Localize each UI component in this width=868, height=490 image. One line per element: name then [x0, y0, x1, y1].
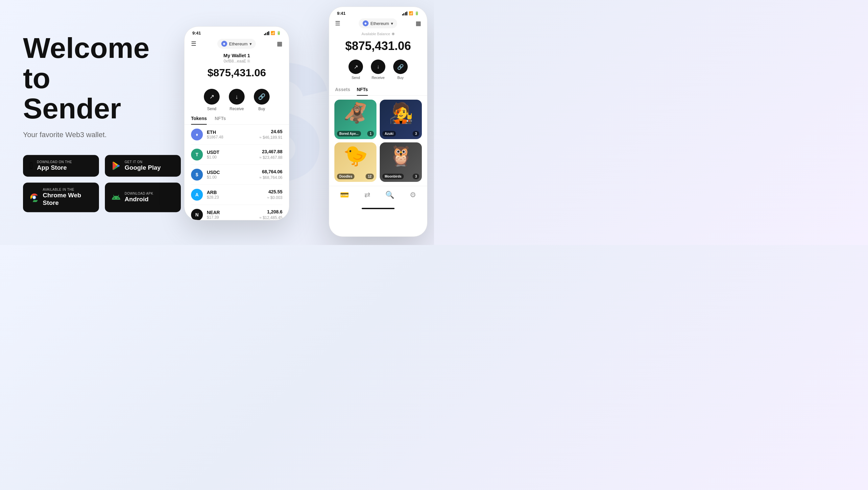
phone-header-back: ☰ ◆ Ethereum ▾ ▦	[184, 35, 289, 51]
signal-bars	[264, 31, 270, 35]
token-near: N NEAR $17.39 1,208.6 ≈ $12,485.45	[191, 205, 282, 220]
arb-name: ARB	[207, 190, 267, 195]
status-bar-back: 9:41 📶 🔋	[184, 27, 289, 35]
usdt-count: 23,467.88	[259, 149, 282, 154]
eth-price: $1867.48	[207, 135, 259, 140]
front-actions: ↗ Send ↓ Receive 🔗 Buy	[329, 56, 427, 84]
hero-title: Welcome to Sender	[23, 33, 181, 124]
arb-value: ≈ $0.003	[267, 195, 282, 200]
eth-info: ETH $1867.48	[207, 129, 259, 140]
arb-amount: 425.55 ≈ $0.003	[267, 189, 282, 200]
tab-tokens[interactable]: Tokens	[191, 116, 207, 124]
usdt-name: USDT	[207, 150, 259, 155]
token-usdt: T USDT $1.00 23,467.88 ≈ $23,467.88	[191, 145, 282, 165]
appstore-button[interactable]:  DOWNLOAD ON THE App Store	[23, 155, 99, 177]
front-buy[interactable]: 🔗 Buy	[393, 60, 408, 80]
eth-icon: ♦	[191, 129, 203, 141]
phone-header-front: ☰ ◆ Ethereum ▾ ▦	[329, 16, 427, 30]
nav-settings-icon[interactable]: ⚙	[410, 191, 416, 199]
wallet-name: My Wallet 1	[191, 53, 282, 58]
wallet-section: My Wallet 1 0xfB8...eaaE ⎘ $875,431.06	[184, 51, 289, 84]
near-info: NEAR $17.39	[207, 210, 259, 220]
googleplay-button[interactable]: GET IT ON Google Play	[105, 155, 181, 177]
bottom-nav: 💳 ⇄ 🔍 ⚙	[329, 186, 427, 206]
front-receive-icon: ↓	[371, 60, 385, 74]
nft-azuki[interactable]: 🧑‍🎤 Azuki 3	[380, 100, 422, 139]
signal-bar-f2	[403, 13, 404, 16]
android-big-label: Android	[125, 196, 153, 203]
usdc-count: 68,764.06	[259, 169, 282, 174]
signal-bar-3	[267, 32, 268, 35]
usdc-value: ≈ $68,764.06	[259, 175, 282, 180]
usdt-value: ≈ $23,467.88	[259, 155, 282, 160]
network-pill-front[interactable]: ◆ Ethereum ▾	[359, 19, 397, 28]
token-arb: A ARB $28.23 425.55 ≈ $0.003	[191, 185, 282, 205]
googleplay-icon	[112, 161, 121, 170]
appstore-big-label: App Store	[37, 164, 72, 172]
near-count: 1,208.6	[259, 209, 282, 214]
wallet-actions: ↗ Send ↓ Receive 🔗 Buy	[184, 84, 289, 116]
usdt-icon: T	[191, 149, 203, 160]
battery-icon: 🔋	[277, 31, 281, 35]
status-time-back: 9:41	[192, 31, 201, 35]
signal-bar-f3	[405, 12, 406, 16]
appstore-small-label: DOWNLOAD ON THE	[37, 160, 72, 164]
moonbirds-label: Moonbirds	[382, 174, 404, 179]
wifi-icon: 📶	[271, 31, 275, 35]
chrome-button[interactable]: Available in the Chrome Web Store	[23, 183, 99, 212]
assets-nfts-tabs: Assets NFTs	[329, 87, 427, 96]
copy-icon[interactable]: ⎘	[248, 59, 250, 63]
token-usdc: $ USDC $1.00 68,764.06 ≈ $68,764.06	[191, 165, 282, 185]
usdc-info: USDC $1.00	[207, 170, 259, 180]
usdt-info: USDT $1.00	[207, 150, 259, 159]
usdc-name: USDC	[207, 170, 259, 175]
front-receive[interactable]: ↓ Receive	[371, 60, 385, 80]
network-pill[interactable]: ◆ Ethereum ▾	[217, 39, 256, 49]
chrome-icon	[30, 193, 39, 202]
send-label: Send	[207, 106, 216, 111]
azuki-image: 🧑‍🎤	[389, 101, 413, 125]
phone-back: 9:41 📶 🔋 ☰ ◆ Ethereum ▾ ▦	[184, 26, 289, 220]
network-name: Ethereum	[229, 41, 248, 47]
android-button[interactable]: DOWNLOAD APK Android	[105, 183, 181, 212]
nft-moonbirds[interactable]: 🦉 Moonbirds 3	[380, 143, 422, 182]
bored-ape-label: Bored Ape...	[337, 131, 361, 136]
nav-wallet-icon[interactable]: 💳	[340, 191, 349, 199]
menu-icon-front[interactable]: ☰	[335, 20, 340, 27]
eth-value: ≈ $46,189.91	[259, 135, 282, 140]
doodles-label: Doodles	[337, 174, 354, 179]
arb-price: $28.23	[207, 195, 267, 200]
wifi-icon-front: 📶	[409, 11, 413, 16]
network-name-front: Ethereum	[371, 21, 389, 26]
chevron-down-icon-front: ▾	[391, 21, 393, 26]
status-icons-back: 📶 🔋	[264, 31, 281, 35]
front-send[interactable]: ↗ Send	[348, 60, 363, 80]
buy-action[interactable]: 🔗 Buy	[254, 89, 270, 111]
phones-area: 9:41 📶 🔋 ☰ ◆ Ethereum ▾ ▦	[184, 0, 434, 245]
moonbirds-image: 🦉	[389, 144, 413, 167]
tab-nfts-front[interactable]: NFTs	[357, 87, 368, 95]
hero-tagline: Your favorite Web3 wallet.	[23, 130, 181, 139]
nft-bored-ape[interactable]: 🦧 Bored Ape... 1	[334, 100, 376, 139]
nav-swap-icon[interactable]: ⇄	[364, 191, 370, 199]
nav-explore-icon[interactable]: 🔍	[385, 191, 394, 199]
front-receive-label: Receive	[372, 75, 385, 80]
menu-icon[interactable]: ☰	[191, 40, 196, 48]
tab-nfts[interactable]: NFTs	[215, 116, 226, 124]
qr-icon[interactable]: ▦	[277, 40, 282, 48]
receive-action[interactable]: ↓ Receive	[229, 89, 245, 111]
send-action[interactable]: ↗ Send	[204, 89, 220, 111]
near-icon: N	[191, 209, 203, 220]
nft-doodles[interactable]: 🐤 Doodles 12	[334, 143, 376, 182]
eth-icon: ◆	[221, 41, 227, 47]
eth-name: ETH	[207, 129, 259, 135]
eth-icon-front: ◆	[363, 21, 369, 26]
signal-bar-2	[265, 33, 266, 35]
phone-front: 9:41 📶 🔋 ☰ ◆ Ethereum ▾ ▦	[329, 7, 427, 237]
tab-assets[interactable]: Assets	[335, 87, 350, 95]
moonbirds-count: 3	[413, 174, 419, 179]
doodles-image: 🐤	[343, 144, 368, 167]
nft-grid: 🦧 Bored Ape... 1 🧑‍🎤 Azuki 3 🐤 Doodles 1…	[329, 96, 427, 186]
qr-icon-front[interactable]: ▦	[415, 20, 421, 27]
left-panel: Welcome to Sender Your favorite Web3 wal…	[23, 33, 181, 212]
